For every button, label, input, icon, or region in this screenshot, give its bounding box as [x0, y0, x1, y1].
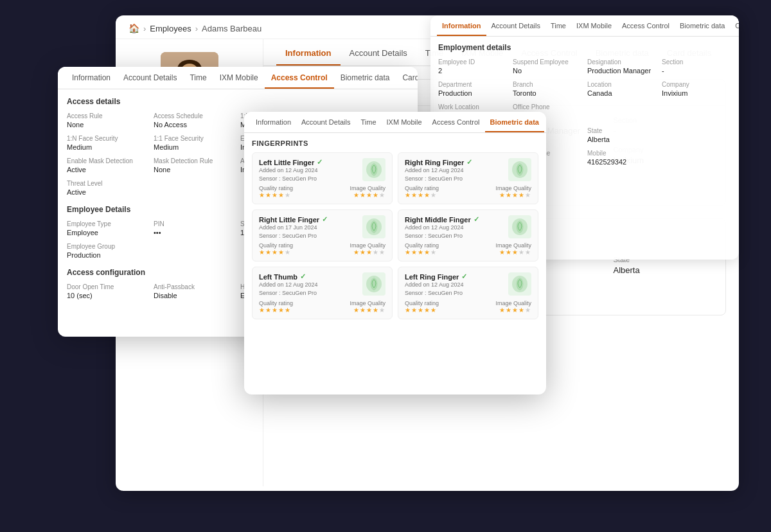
mini-tab-ixm-mobile[interactable]: IXM Mobile	[213, 67, 265, 89]
ac-1n-face: 1:N Face Security Medium	[67, 135, 148, 151]
fp-name-1: Left Little Finger	[259, 159, 314, 166]
overlay-tab-biometric[interactable]: Biometric data	[675, 15, 730, 36]
fp-check-5: ✓	[300, 272, 306, 281]
breadcrumb-employees[interactable]: Employees	[150, 24, 191, 33]
bio-tab-access-control[interactable]: Access Control	[427, 112, 485, 132]
fp-image-stars-6: ★★★★★	[495, 306, 531, 314]
fp-thumb-3	[362, 215, 386, 238]
outer-wrapper: 🏠 › Employees › Adams Barbeau	[32, 15, 739, 517]
breadcrumb-sep1: ›	[143, 24, 146, 33]
fp-thumb-2	[508, 158, 531, 181]
cfg-antipassback: Anti-Passback Disable	[154, 283, 235, 299]
tab-information[interactable]: Information	[276, 39, 341, 66]
cfg-door: Door Open Time 10 (sec)	[67, 283, 148, 299]
overlay-tab-time[interactable]: Time	[545, 15, 571, 36]
ov-emp-id: Employee ID 2	[438, 58, 508, 75]
fp-header-5: Left Thumb ✓ Added on 12 Aug 2024Sensor …	[259, 272, 386, 297]
fp-image-stars-4: ★★★★★	[495, 249, 531, 256]
fp-stars-4: ★★★★★	[405, 249, 439, 256]
mini-tab-card-details[interactable]: Card details	[396, 67, 418, 89]
ac-threat: Threat Level Active	[67, 180, 148, 196]
overlay-tab-access[interactable]: Access Control	[617, 15, 675, 36]
overlay-emp-title: Employment details	[438, 43, 731, 52]
overlay-tab-account[interactable]: Account Details	[486, 15, 545, 36]
fp-name-3: Right Little Finger	[259, 216, 319, 224]
fp-left-little: Left Little Finger ✓ Added on 12 Aug 202…	[252, 152, 393, 204]
fp-thumb-1	[362, 158, 386, 181]
home-icon[interactable]: 🏠	[128, 23, 139, 33]
bio-tab-account-details[interactable]: Account Details	[296, 112, 355, 132]
ov-location: Location Canada	[587, 81, 657, 97]
ov-dept: Department Production	[438, 81, 508, 97]
fp-meta-5: Added on 12 Aug 2024Sensor : SecuGen Pro	[259, 281, 318, 297]
fp-ratings-6: Quality rating ★★★★★ Image Quality ★★★★★	[405, 300, 531, 314]
fp-meta-1: Added on 12 Aug 2024Sensor : SecuGen Pro	[259, 166, 323, 182]
ac-mask: Enable Mask Detection Active	[67, 157, 148, 173]
fp-left-thumb: Left Thumb ✓ Added on 12 Aug 2024Sensor …	[252, 267, 393, 319]
breadcrumb-current: Adams Barbeau	[202, 24, 261, 33]
fp-stars-2: ★★★★★	[405, 191, 439, 199]
ac-11-face: 1:1 Face Security Medium	[154, 135, 235, 151]
ed-pin: PIN •••	[154, 220, 235, 236]
access-details-title: Access details	[67, 97, 409, 106]
ac-access-rule: Access Rule None	[67, 112, 148, 129]
overlay-tab-ixm[interactable]: IXM Mobile	[571, 15, 617, 36]
fp-right-ring: Right Ring Finger ✓ Added on 12 Aug 2024…	[398, 152, 538, 204]
fp-check-1: ✓	[317, 158, 323, 166]
mini-tab-access-control[interactable]: Access Control	[265, 67, 334, 89]
fp-header-3: Right Little Finger ✓ Added on 17 Jun 20…	[259, 215, 386, 240]
overlay-emp-grid: Employee ID 2 Suspend Employee No Design…	[438, 58, 731, 120]
fp-stars-3: ★★★★★	[259, 249, 293, 256]
fp-image-stars-2: ★★★★★	[495, 191, 531, 199]
overlay-tab-card[interactable]: Card details	[730, 15, 739, 36]
fp-meta-4: Added on 12 Aug 2024Sensor : SecuGen Pro	[405, 224, 479, 240]
overlay-tabs: Information Account Details Time IXM Mob…	[430, 15, 739, 37]
fp-meta-3: Added on 17 Jun 2024Sensor : SecuGen Pro	[259, 224, 328, 240]
fp-ratings-2: Quality rating ★★★★★ Image Quality ★★★★★	[405, 185, 531, 199]
fp-image-stars-3: ★★★★★	[350, 249, 386, 256]
fp-thumb-6	[508, 272, 531, 296]
fp-stars-5: ★★★★★	[259, 306, 293, 314]
fp-stars-6: ★★★★★	[405, 306, 439, 314]
fp-check-6: ✓	[461, 272, 467, 281]
fp-name-6: Left Ring Finger	[405, 273, 459, 281]
fp-name-5: Left Thumb	[259, 273, 297, 281]
ov-section: Section -	[662, 58, 731, 75]
fingerprints-title: FINGERPRINTS	[252, 139, 538, 147]
fp-check-2: ✓	[466, 158, 472, 166]
fp-thumb-5	[362, 272, 386, 296]
fp-image-stars-5: ★★★★★	[350, 306, 386, 314]
fp-name-2: Right Ring Finger	[405, 159, 464, 166]
biometric-content: FINGERPRINTS Left Little Finger ✓ Added …	[244, 133, 546, 390]
fp-ratings-4: Quality rating ★★★★★ Image Quality ★★★★★	[405, 242, 531, 256]
fp-left-ring: Left Ring Finger ✓ Added on 12 Aug 2024S…	[398, 267, 538, 319]
biometric-card: Information Account Details Time IXM Mob…	[244, 112, 546, 395]
ov-designation: Designation Production Manager	[587, 58, 657, 75]
bio-tab-biometric[interactable]: Biometric data	[485, 112, 544, 132]
fp-meta-6: Added on 12 Aug 2024Sensor : SecuGen Pro	[405, 281, 467, 297]
ac-access-schedule: Access Schedule No Access	[154, 112, 235, 129]
bio-tab-information[interactable]: Information	[251, 112, 296, 132]
fp-ratings-3: Quality rating ★★★★★ Image Quality ★★★★★	[259, 242, 386, 256]
fp-check-3: ✓	[322, 215, 328, 224]
fp-meta-2: Added on 12 Aug 2024Sensor : SecuGen Pro	[405, 166, 472, 182]
tab-account-details[interactable]: Account Details	[341, 39, 416, 66]
ov-state: State Alberta	[587, 127, 657, 143]
bio-tab-ixm-mobile[interactable]: IXM Mobile	[382, 112, 427, 132]
breadcrumb-sep2: ›	[195, 24, 198, 33]
fp-header-2: Right Ring Finger ✓ Added on 12 Aug 2024…	[405, 158, 531, 182]
ov-suspend: Suspend Employee No	[513, 58, 582, 75]
mini-tab-account-details[interactable]: Account Details	[117, 67, 183, 89]
access-tabs-bar: Information Account Details Time IXM Mob…	[58, 67, 418, 89]
bio-tab-time[interactable]: Time	[355, 112, 381, 132]
mini-tab-information[interactable]: Information	[66, 67, 117, 89]
mini-tab-time[interactable]: Time	[183, 67, 213, 89]
fp-check-4: ✓	[474, 215, 479, 224]
fp-header-4: Right Middle Finger ✓ Added on 12 Aug 20…	[405, 215, 531, 240]
fp-ratings-1: Quality rating ★★★★★ Image Quality ★★★★★	[259, 185, 386, 199]
fp-name-4: Right Middle Finger	[405, 216, 471, 224]
ov-branch: Branch Toronto	[513, 81, 582, 97]
bio-tabs-bar: Information Account Details Time IXM Mob…	[244, 112, 546, 133]
mini-tab-biometric-data[interactable]: Biometric data	[334, 67, 396, 89]
overlay-tab-information[interactable]: Information	[437, 15, 486, 36]
